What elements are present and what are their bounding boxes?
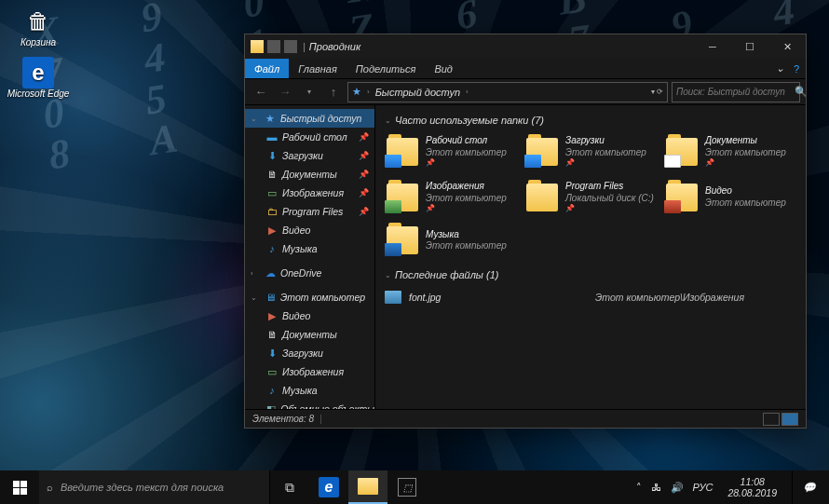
nav-item-program-files[interactable]: 🗀Program Files📌 — [245, 202, 374, 221]
folder-item[interactable]: Program FilesЛокальный диск (C:)📌 — [524, 179, 657, 215]
folder-icon — [666, 184, 698, 211]
folder-item[interactable]: ВидеоЭтот компьютер — [664, 179, 796, 215]
search-input[interactable] — [676, 87, 795, 97]
folder-icon — [387, 138, 418, 166]
folder-name: Документы — [705, 135, 786, 147]
folder-item[interactable]: ДокументыЭтот компьютер📌 — [664, 133, 796, 170]
status-text: Элементов: 8 — [252, 414, 314, 424]
folder-item[interactable]: ЗагрузкиЭтот компьютер📌 — [524, 133, 657, 170]
view-icons-button[interactable] — [781, 413, 798, 426]
pin-icon: 📌 — [565, 204, 654, 213]
search-box[interactable]: 🔍 — [672, 82, 800, 102]
folder-name: Program Files — [565, 181, 654, 193]
address-bar[interactable]: ★ › Быстрый доступ › ▾ ⟳ — [347, 82, 668, 102]
search-icon[interactable]: 🔍 — [795, 86, 808, 98]
section-frequent-folders[interactable]: ⌄Часто используемые папки (7) — [385, 115, 796, 126]
folder-location: Этот компьютер — [705, 147, 786, 159]
nav-pc-3d[interactable]: ◧Объемные объекты — [245, 400, 374, 409]
ribbon-expand-icon[interactable]: ⌄ — [772, 62, 787, 75]
help-icon[interactable]: ? — [787, 63, 806, 75]
recent-file-row[interactable]: font.jpgЭтот компьютер\Изображения — [385, 288, 796, 306]
quickaccess-icon: ★ — [352, 86, 361, 98]
folder-location: Этот компьютер — [426, 193, 507, 205]
pin-icon: 📌 — [426, 204, 507, 213]
folder-icon — [387, 226, 418, 254]
folder-location: Этот компьютер — [705, 198, 786, 210]
nav-quick-access[interactable]: ⌄★Быстрый доступ — [245, 109, 374, 128]
nav-item-downloads[interactable]: ⬇Загрузки📌 — [245, 146, 374, 165]
pin-icon: 📌 — [359, 170, 369, 179]
nav-up-button[interactable]: ↑ — [323, 82, 344, 102]
qat-icons — [245, 40, 303, 53]
pin-icon: 📌 — [359, 188, 369, 198]
qat-icon[interactable] — [267, 40, 280, 53]
refresh-icon[interactable]: ▾ ⟳ — [651, 88, 663, 96]
tray-clock[interactable]: 11:08 28.08.2019 — [722, 476, 782, 498]
start-button[interactable] — [0, 470, 39, 504]
section-recent-files[interactable]: ⌄Последние файлы (1) — [385, 269, 796, 280]
desktop-icon-label: Microsoft Edge — [7, 89, 70, 99]
ribbon-file-tab[interactable]: Файл — [245, 59, 289, 78]
folder-icon — [666, 138, 698, 166]
taskbar: ⌕ Введите здесь текст для поиска ⧉ e ⬚ ˄… — [0, 470, 829, 504]
nav-item-videos[interactable]: ▶Видео — [245, 221, 374, 239]
view-details-button[interactable] — [763, 413, 780, 426]
nav-item-desktop[interactable]: ▬Рабочий стол📌 — [245, 128, 374, 146]
folder-icon — [387, 184, 418, 211]
nav-pc-documents[interactable]: 🗎Документы — [245, 325, 374, 344]
file-path: Этот компьютер\Изображения — [595, 292, 744, 303]
maximize-button[interactable]: ☐ — [731, 34, 768, 59]
folder-location: Этот компьютер — [426, 147, 507, 159]
titlebar[interactable]: | Проводник ─ ☐ ✕ — [245, 34, 806, 59]
nav-pc-downloads[interactable]: ⬇Загрузки — [245, 344, 374, 362]
minimize-button[interactable]: ─ — [694, 34, 731, 59]
nav-pc-music[interactable]: ♪Музыка — [245, 381, 374, 400]
nav-item-documents[interactable]: 🗎Документы📌 — [245, 165, 374, 184]
folder-qat-icon — [251, 40, 264, 53]
taskbar-app-store[interactable]: ⬚ — [387, 470, 427, 504]
ribbon-tab-view[interactable]: Вид — [425, 63, 462, 75]
pin-icon: 📌 — [359, 207, 369, 216]
taskbar-search[interactable]: ⌕ Введите здесь текст для поиска — [39, 470, 270, 504]
nav-history-button[interactable]: ▾ — [299, 82, 319, 102]
folder-icon — [526, 138, 558, 166]
nav-item-pictures[interactable]: ▭Изображения📌 — [245, 184, 374, 202]
folder-item[interactable]: ИзображенияЭтот компьютер📌 — [385, 179, 517, 215]
folder-item[interactable]: МузыкаЭтот компьютер — [385, 225, 517, 256]
content-pane: ⌄Часто используемые папки (7) Рабочий ст… — [375, 105, 806, 409]
search-placeholder: Введите здесь текст для поиска — [61, 482, 224, 493]
ribbon-tab-home[interactable]: Главная — [289, 63, 347, 75]
tray-overflow-icon[interactable]: ˄ — [636, 482, 642, 494]
nav-forward-button[interactable]: → — [275, 82, 295, 102]
action-center-button[interactable]: 💬 — [792, 470, 825, 504]
desktop-icons: 🗑 Корзина e Microsoft Edge — [6, 6, 71, 108]
taskbar-app-explorer[interactable] — [348, 470, 387, 504]
nav-pc-videos[interactable]: ▶Видео — [245, 306, 374, 325]
nav-this-pc[interactable]: ⌄🖥Этот компьютер — [245, 288, 374, 306]
ribbon-tab-share[interactable]: Поделиться — [347, 63, 426, 75]
nav-item-music[interactable]: ♪Музыка — [245, 239, 374, 258]
tray-volume-icon[interactable]: 🔊 — [671, 482, 684, 494]
folder-icon — [526, 184, 558, 211]
pin-icon: 📌 — [359, 151, 369, 160]
nav-pane: ⌄★Быстрый доступ ▬Рабочий стол📌 ⬇Загрузк… — [245, 105, 375, 409]
tray-network-icon[interactable]: 🖧 — [651, 482, 661, 493]
desktop-icon-recycle-bin[interactable]: 🗑 Корзина — [6, 6, 71, 48]
nav-pc-pictures[interactable]: ▭Изображения — [245, 362, 374, 381]
pin-icon: 📌 — [359, 132, 369, 142]
qat-icon[interactable] — [284, 40, 297, 53]
close-button[interactable]: ✕ — [768, 34, 806, 59]
task-view-button[interactable]: ⧉ — [270, 470, 309, 504]
desktop-icon-edge[interactable]: e Microsoft Edge — [6, 57, 71, 99]
pin-icon: 📌 — [705, 158, 786, 168]
nav-back-button[interactable]: ← — [251, 82, 271, 102]
clock-date: 28.08.2019 — [727, 487, 777, 498]
nav-onedrive[interactable]: ›☁OneDrive — [245, 264, 374, 282]
taskbar-app-edge[interactable]: e — [309, 470, 348, 504]
folder-item[interactable]: Рабочий столЭтот компьютер📌 — [385, 133, 517, 170]
recycle-bin-icon: 🗑 — [22, 6, 54, 37]
breadcrumb-segment[interactable]: Быстрый доступ — [375, 87, 460, 98]
folder-name: Музыка — [426, 229, 507, 241]
ribbon: Файл Главная Поделиться Вид ⌄ ? — [245, 59, 806, 79]
tray-language[interactable]: РУС — [693, 482, 713, 493]
